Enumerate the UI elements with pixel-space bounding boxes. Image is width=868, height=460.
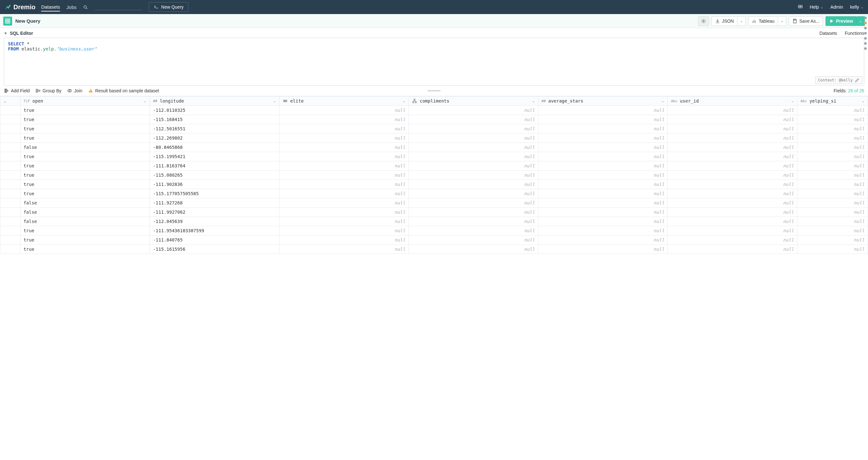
- cell-null[interactable]: null: [668, 143, 798, 152]
- cell-null[interactable]: null: [409, 236, 538, 245]
- logo[interactable]: Dremio: [4, 3, 35, 11]
- cell-null[interactable]: null: [668, 245, 798, 254]
- cell-null[interactable]: null: [797, 106, 868, 115]
- column-menu-icon[interactable]: ⌄: [661, 99, 664, 103]
- cell-null[interactable]: null: [668, 189, 798, 198]
- tab-functions[interactable]: Functions: [845, 31, 864, 36]
- cell-open[interactable]: false: [20, 198, 150, 208]
- row-menu[interactable]: [0, 189, 21, 198]
- row-menu[interactable]: [0, 208, 21, 217]
- cell-null[interactable]: null: [279, 152, 409, 161]
- cell-longitude[interactable]: -111.9927062: [150, 208, 279, 217]
- cell-null[interactable]: null: [409, 198, 538, 208]
- cell-null[interactable]: null: [668, 217, 798, 226]
- search-input[interactable]: [95, 10, 143, 10]
- cell-open[interactable]: true: [20, 161, 150, 171]
- cell-null[interactable]: null: [668, 106, 798, 115]
- cell-null[interactable]: null: [668, 133, 798, 143]
- cell-null[interactable]: null: [279, 245, 409, 254]
- cell-null[interactable]: null: [409, 106, 538, 115]
- cell-null[interactable]: null: [538, 217, 668, 226]
- column-header-user_id[interactable]: Abcuser_id⌄: [668, 96, 798, 106]
- cell-null[interactable]: null: [538, 171, 668, 180]
- cell-open[interactable]: true: [20, 124, 150, 133]
- group-by-button[interactable]: Group By: [35, 88, 61, 93]
- cell-null[interactable]: null: [797, 245, 868, 254]
- column-header-longitude[interactable]: ##longitude⌄: [150, 96, 279, 106]
- cell-null[interactable]: null: [797, 133, 868, 143]
- cell-longitude[interactable]: -115.1995421: [150, 152, 279, 161]
- cell-null[interactable]: null: [409, 208, 538, 217]
- cell-null[interactable]: null: [668, 124, 798, 133]
- cell-null[interactable]: null: [409, 133, 538, 143]
- column-header-compliments[interactable]: compliments⌄: [409, 96, 538, 106]
- cell-null[interactable]: null: [409, 152, 538, 161]
- cell-null[interactable]: null: [797, 143, 868, 152]
- row-menu[interactable]: [0, 133, 21, 143]
- settings-button[interactable]: [698, 16, 709, 26]
- cell-null[interactable]: null: [279, 106, 409, 115]
- cell-null[interactable]: null: [668, 198, 798, 208]
- cell-null[interactable]: null: [797, 208, 868, 217]
- cell-null[interactable]: null: [538, 106, 668, 115]
- column-menu-icon[interactable]: ⌄: [791, 99, 794, 103]
- cell-longitude[interactable]: -115.1615956: [150, 245, 279, 254]
- drag-handle[interactable]: [428, 90, 440, 91]
- cell-null[interactable]: null: [279, 189, 409, 198]
- cell-longitude[interactable]: -115.168415: [150, 115, 279, 124]
- context-badge[interactable]: Context: @kelly: [815, 76, 863, 84]
- data-grid[interactable]: ⌄T|Fopen⌄##longitude⌄elite⌄compliments⌄#…: [0, 96, 868, 452]
- cell-longitude[interactable]: -112.269802: [150, 133, 279, 143]
- row-menu[interactable]: [0, 198, 21, 208]
- cell-open[interactable]: true: [20, 115, 150, 124]
- cell-null[interactable]: null: [797, 152, 868, 161]
- cell-null[interactable]: null: [797, 198, 868, 208]
- cell-null[interactable]: null: [538, 189, 668, 198]
- preview-button[interactable]: Preview ⌄: [826, 16, 865, 26]
- cell-longitude[interactable]: -111.95436183387599: [150, 226, 279, 236]
- cell-null[interactable]: null: [668, 226, 798, 236]
- cell-null[interactable]: null: [668, 180, 798, 189]
- cell-open[interactable]: true: [20, 236, 150, 245]
- column-header-open[interactable]: T|Fopen⌄: [20, 96, 150, 106]
- row-menu[interactable]: [0, 152, 21, 161]
- cell-longitude[interactable]: -111.840765: [150, 236, 279, 245]
- cell-null[interactable]: null: [668, 236, 798, 245]
- cell-open[interactable]: true: [20, 226, 150, 236]
- row-menu[interactable]: [0, 143, 21, 152]
- cell-null[interactable]: null: [279, 180, 409, 189]
- cell-null[interactable]: null: [409, 180, 538, 189]
- cell-longitude[interactable]: -112.5016551: [150, 124, 279, 133]
- cell-null[interactable]: null: [279, 133, 409, 143]
- admin-link[interactable]: Admin: [830, 4, 843, 9]
- tab-datasets[interactable]: Datasets: [819, 31, 837, 36]
- column-header-yelping_si[interactable]: Abcyelping_si⌄: [797, 96, 868, 106]
- cell-null[interactable]: null: [538, 115, 668, 124]
- cell-null[interactable]: null: [538, 245, 668, 254]
- cell-open[interactable]: false: [20, 143, 150, 152]
- cell-null[interactable]: null: [279, 198, 409, 208]
- cell-null[interactable]: null: [668, 115, 798, 124]
- help-menu[interactable]: Help⌄: [810, 4, 824, 9]
- cell-null[interactable]: null: [279, 143, 409, 152]
- cell-null[interactable]: null: [538, 133, 668, 143]
- collapse-icon[interactable]: ▼: [4, 31, 7, 35]
- cell-null[interactable]: null: [538, 143, 668, 152]
- cell-open[interactable]: true: [20, 180, 150, 189]
- join-button[interactable]: Join: [67, 88, 83, 93]
- nav-jobs[interactable]: Jobs: [66, 3, 76, 11]
- user-menu[interactable]: kelly⌄: [850, 4, 864, 9]
- nav-datasets[interactable]: Datasets: [41, 3, 60, 11]
- cell-null[interactable]: null: [538, 236, 668, 245]
- cell-null[interactable]: null: [538, 180, 668, 189]
- cell-null[interactable]: null: [409, 226, 538, 236]
- json-caret[interactable]: ⌄: [737, 16, 746, 26]
- cell-null[interactable]: null: [797, 217, 868, 226]
- json-button[interactable]: JSON ⌄: [712, 16, 746, 26]
- cell-null[interactable]: null: [797, 226, 868, 236]
- cell-null[interactable]: null: [668, 171, 798, 180]
- cell-open[interactable]: false: [20, 208, 150, 217]
- cell-null[interactable]: null: [279, 236, 409, 245]
- preview-caret[interactable]: ⌄: [857, 16, 865, 26]
- cell-null[interactable]: null: [668, 161, 798, 171]
